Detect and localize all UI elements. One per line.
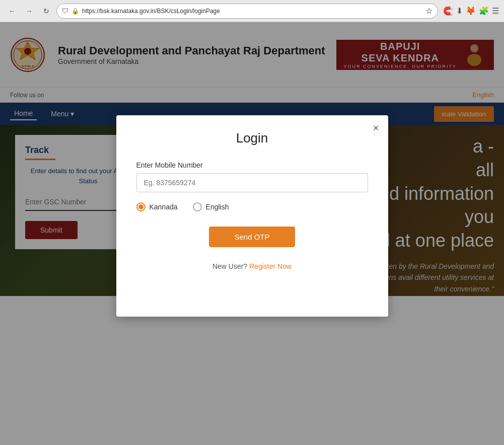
- modal-overlay: × Login Enter Mobile Number Kannada Engl…: [0, 22, 504, 445]
- english-radio[interactable]: English: [193, 202, 229, 211]
- register-link[interactable]: Register Now: [249, 262, 292, 270]
- modal-close-button[interactable]: ×: [373, 122, 379, 134]
- pocket-icon[interactable]: 🧲: [443, 6, 453, 16]
- forward-button[interactable]: →: [22, 4, 36, 18]
- back-button[interactable]: ←: [5, 4, 19, 18]
- kannada-label: Kannada: [150, 203, 178, 211]
- new-user-label: New User?: [212, 262, 247, 270]
- fox-icon[interactable]: 🦊: [466, 6, 476, 16]
- url-input[interactable]: [82, 8, 422, 15]
- mobile-input[interactable]: [136, 173, 368, 192]
- address-bar[interactable]: 🛡 🔒 ☆: [56, 4, 438, 19]
- browser-actions: 🧲 ⬇ 🦊 🧩 ☰: [443, 6, 499, 16]
- extensions-icon[interactable]: 🧩: [479, 6, 489, 16]
- kannada-radio[interactable]: Kannada: [136, 202, 178, 211]
- refresh-button[interactable]: ↻: [39, 4, 53, 18]
- language-radio-group: Kannada English: [136, 202, 368, 211]
- login-modal: × Login Enter Mobile Number Kannada Engl…: [116, 115, 388, 317]
- download-icon[interactable]: ⬇: [456, 6, 463, 16]
- page: ಕರ್ನಾಟಕ Rural Development and Panchayat …: [0, 22, 504, 445]
- send-otp-button[interactable]: Send OTP: [209, 227, 295, 247]
- english-label: English: [206, 203, 229, 211]
- new-user-section: New User? Register Now: [136, 262, 368, 270]
- modal-title: Login: [136, 130, 368, 146]
- kannada-radio-circle: [136, 202, 146, 211]
- bookmark-icon[interactable]: ☆: [425, 6, 433, 16]
- lock-icon: 🔒: [71, 8, 79, 15]
- menu-icon[interactable]: ☰: [492, 6, 499, 16]
- shield-icon: 🛡: [62, 7, 68, 15]
- mobile-label: Enter Mobile Number: [136, 161, 368, 169]
- english-radio-circle: [193, 202, 202, 211]
- browser-chrome: ← → ↻ 🛡 🔒 ☆ 🧲 ⬇ 🦊 🧩 ☰: [0, 0, 504, 22]
